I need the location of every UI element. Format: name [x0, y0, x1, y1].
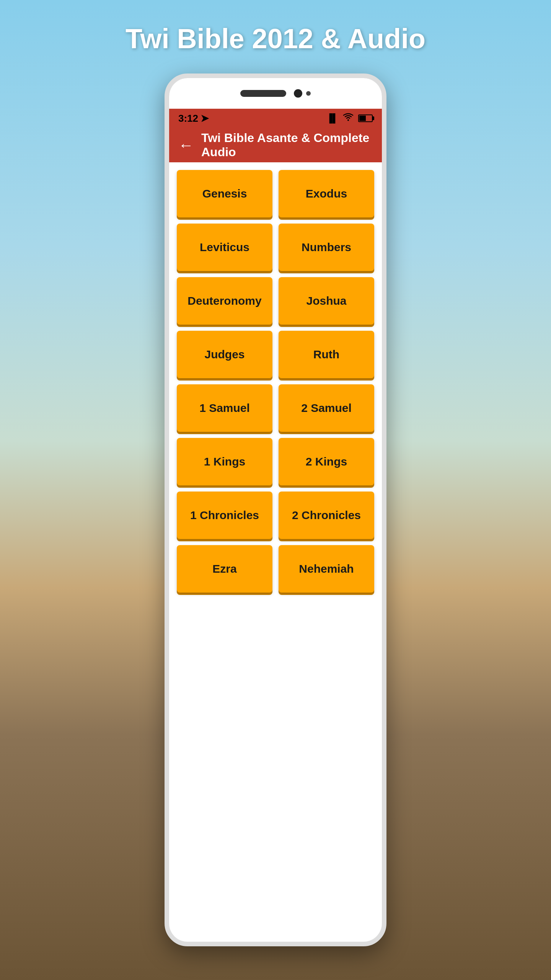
- book-button-1-kings[interactable]: 1 Kings: [177, 438, 272, 485]
- book-button-ruth[interactable]: Ruth: [279, 331, 374, 378]
- wifi-icon: [343, 113, 354, 124]
- signal-icon: ▐▌: [326, 113, 338, 123]
- book-button-judges[interactable]: Judges: [177, 331, 272, 378]
- phone-frame: 3:12 ➤ ▐▌ ← Twi Bible Asante & Complete …: [165, 74, 386, 946]
- status-time: 3:12 ➤: [178, 113, 209, 124]
- book-button-2-kings[interactable]: 2 Kings: [279, 438, 374, 485]
- book-button-joshua[interactable]: Joshua: [279, 277, 374, 325]
- phone-camera: [294, 89, 302, 98]
- phone-dot: [306, 91, 311, 96]
- app-header: ← Twi Bible Asante & Complete Audio: [169, 128, 382, 162]
- back-button[interactable]: ←: [178, 137, 194, 154]
- book-button-2-samuel[interactable]: 2 Samuel: [279, 384, 374, 432]
- status-icons: ▐▌: [326, 113, 373, 124]
- book-button-exodus[interactable]: Exodus: [279, 170, 374, 217]
- phone-notch: [169, 78, 382, 109]
- book-button-1-chronicles[interactable]: 1 Chronicles: [177, 492, 272, 539]
- content-area: GenesisExodusLeviticusNumbersDeuteronomy…: [169, 162, 382, 942]
- book-button-nehemiah[interactable]: Nehemiah: [279, 545, 374, 593]
- header-title: Twi Bible Asante & Complete Audio: [201, 131, 373, 159]
- book-button-leviticus[interactable]: Leviticus: [177, 224, 272, 271]
- navigation-icon: ➤: [201, 113, 209, 124]
- battery-icon: [358, 114, 373, 122]
- book-button-deuteronomy[interactable]: Deuteronomy: [177, 277, 272, 325]
- status-bar: 3:12 ➤ ▐▌: [169, 109, 382, 128]
- book-button-2-chronicles[interactable]: 2 Chronicles: [279, 492, 374, 539]
- book-button-1-samuel[interactable]: 1 Samuel: [177, 384, 272, 432]
- phone-speaker: [240, 90, 286, 97]
- time-display: 3:12: [178, 113, 198, 124]
- svg-point-0: [347, 119, 349, 121]
- page-title: Twi Bible 2012 & Audio: [126, 23, 425, 54]
- book-button-genesis[interactable]: Genesis: [177, 170, 272, 217]
- book-button-ezra[interactable]: Ezra: [177, 545, 272, 593]
- book-button-numbers[interactable]: Numbers: [279, 224, 374, 271]
- books-grid: GenesisExodusLeviticusNumbersDeuteronomy…: [177, 170, 374, 593]
